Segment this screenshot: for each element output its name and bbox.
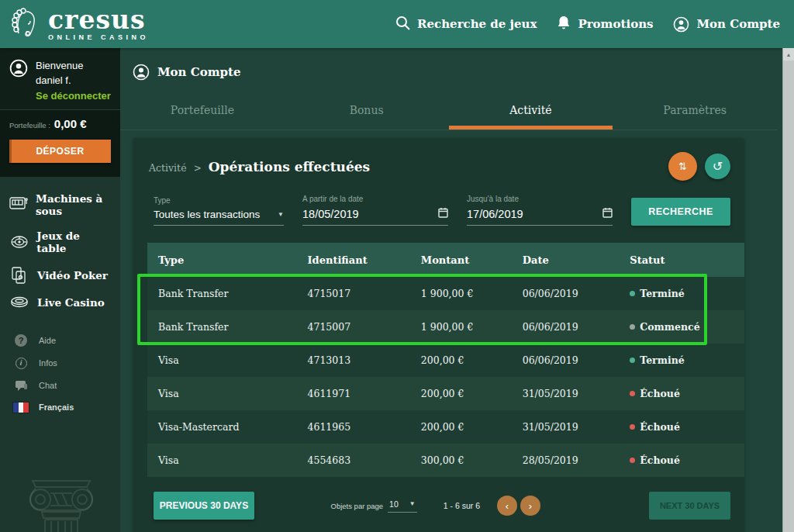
menu-label: Machines à sous [36,192,111,217]
sidebar-item-live-casino[interactable]: Live Casino [0,290,120,315]
breadcrumb: Activité > Opérations effectuées [149,159,370,174]
greek-column-graphic [19,470,104,532]
logo-subtitle: ONLINE CASINO [48,34,149,41]
table-row[interactable]: Visa4611971200,00 €31/05/2019 Échoué [147,377,744,410]
status-dot [630,358,635,363]
bell-icon [557,16,571,33]
user-block: Bienvenue daniel f. Se déconnecter [0,48,120,110]
date-from-value: 18/05/2019 [302,208,359,220]
sidebar-item-jeux-de-table[interactable]: Jeux de table [0,223,120,261]
page-range: 1 - 6 sur 6 [444,501,480,510]
menu-label: Aide [39,336,56,345]
activity-panel: Activité > Opérations effectuées ⇅ ↺ Typ… [133,138,744,532]
status-dot [630,324,635,330]
per-page-value: 10 [389,499,399,509]
status-dot [630,424,635,430]
account-link[interactable]: Mon Compte [673,16,780,33]
main-content: Mon Compte Portefeuille Bonus Activité P… [120,48,777,532]
type-filter-label: Type [154,196,284,205]
table-row[interactable]: Visa4713013200,00 €06/06/2019 Terminé [147,344,744,377]
menu-label: Vidéo Poker [37,269,108,282]
col-identifiant: Identifiant [297,243,410,277]
date-from-input[interactable]: 18/05/2019 [302,207,448,226]
status-badge: Commencé [640,321,699,333]
chevron-right-icon: › [529,500,532,512]
type-filter-value: Toutes les transactions [154,209,260,220]
chat-icon [11,380,31,392]
status-badge: Terminé [640,288,684,299]
user-avatar-icon [9,59,28,102]
search-button[interactable]: RECHERCHE [631,198,730,226]
col-type: Type [147,243,297,277]
status-dot [630,291,635,296]
table-row[interactable]: Visa4554683300,00 €28/05/2019 Échoué [147,444,744,477]
tab-portefeuille[interactable]: Portefeuille [120,98,285,130]
history-button[interactable]: ↺ [705,154,730,179]
search-games-link[interactable]: Recherche de jeux [395,16,537,33]
info-icon: i [11,358,31,369]
sidebar-item-aide[interactable]: ? Aide [0,329,120,352]
table-row[interactable]: Bank Transfer47150171 900,00 €06/06/2019… [147,277,744,310]
col-statut: Statut [619,243,744,277]
wallet-row: Portefeuille : 0,00 € [0,110,120,135]
page-title: Mon Compte [157,65,241,79]
per-page-select[interactable]: 10 ▼ [388,499,417,513]
status-dot [630,391,635,396]
account-label: Mon Compte [696,17,780,31]
prev-page-button[interactable]: ‹ [497,496,517,516]
welcome-text: Bienvenue [36,59,111,74]
tab-bonus[interactable]: Bonus [285,98,449,130]
breadcrumb-current: Opérations effectuées [209,159,370,174]
date-to-label: Jusqu'à la date [467,195,613,203]
sidebar-item-video-poker[interactable]: Vidéo Poker [0,261,120,290]
menu-label: Infos [39,358,57,368]
vertical-scrollbar[interactable]: ▲ [782,48,794,532]
cresus-logo[interactable]: cresus ONLINE CASINO [9,5,149,43]
date-to-value: 17/06/2019 [467,208,523,220]
sidebar-item-language[interactable]: Français [0,397,120,418]
top-nav: Recherche de jeux Promotions Mon Compte [395,16,780,33]
sidebar-item-machines-a-sous[interactable]: Machines à sous [0,186,120,223]
per-page-label: Objets par page [331,502,384,510]
deposit-button[interactable]: DÉPOSER [9,140,111,163]
live-casino-icon [9,296,29,309]
table-row[interactable]: Visa-Mastercard4611965200,00 €31/05/2019… [147,410,744,444]
previous-30-days-button[interactable]: PREVIOUS 30 DAYS [154,492,254,520]
status-dot [630,458,635,463]
search-icon [395,16,410,33]
promotions-label: Promotions [578,17,653,31]
laurel-head-icon [9,5,42,43]
date-from-label: A partir de la date [302,195,448,203]
roulette-icon [9,235,29,249]
tab-activite[interactable]: Activité [449,98,613,130]
tab-parametres[interactable]: Paramètres [613,98,777,130]
username: daniel f. [36,74,111,88]
next-page-button[interactable]: › [520,496,540,516]
sort-button[interactable]: ⇅ [668,152,697,181]
wallet-value: 0,00 € [54,117,87,130]
french-flag-icon [11,402,31,413]
menu-label: Chat [39,381,57,390]
account-icon [673,16,689,33]
status-badge: Échoué [640,388,680,399]
transactions-table: Type Identifiant Montant Date Statut Ban… [147,243,744,477]
sidebar-item-chat[interactable]: Chat [0,375,120,397]
promotions-link[interactable]: Promotions [557,16,653,33]
sort-icon: ⇅ [678,161,687,172]
chevron-down-icon: ▼ [278,211,284,218]
logout-link[interactable]: Se déconnecter [36,90,111,102]
sidebar-item-infos[interactable]: i Infos [0,352,120,375]
cards-icon [9,267,29,284]
table-row[interactable]: Bank Transfer47150071 900,00 €06/06/2019… [147,310,744,344]
scroll-up-arrow[interactable]: ▲ [783,48,794,60]
status-badge: Terminé [640,354,684,366]
history-icon: ↺ [713,159,723,174]
date-to-input[interactable]: 17/06/2019 [467,207,613,226]
next-30-days-button: NEXT 30 DAYS [649,492,730,520]
filter-bar: Type Toutes les transactions ▼ A partir … [147,192,744,243]
breadcrumb-parent[interactable]: Activité [149,162,187,174]
slot-machine-icon [9,197,28,212]
menu-label: Français [39,402,74,412]
help-icon: ? [11,334,31,347]
type-filter-select[interactable]: Toutes les transactions ▼ [154,209,284,226]
